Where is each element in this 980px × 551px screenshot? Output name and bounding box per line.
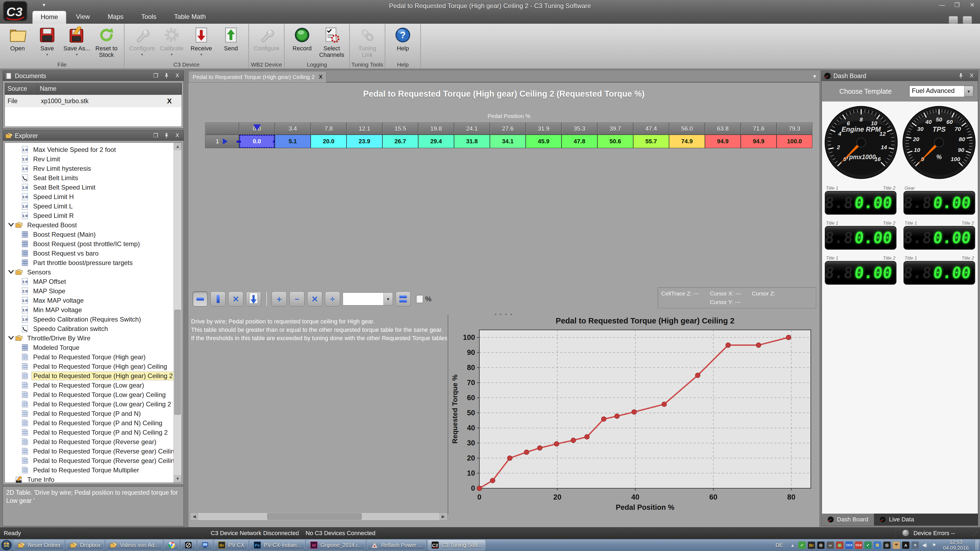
- table-cell[interactable]: 100.0: [776, 135, 812, 148]
- chevron-down-icon[interactable]: ▾: [170, 52, 172, 57]
- tray-icon-10[interactable]: ◎: [883, 541, 891, 549]
- tree-item[interactable]: Pedal to Requested Torque (P and N) Ceil…: [5, 418, 173, 428]
- interpolate-button[interactable]: ✕: [228, 291, 243, 306]
- row-header[interactable]: 1: [205, 135, 239, 148]
- tree-item[interactable]: Pedal to Requested Torque (High gear): [5, 352, 173, 362]
- taskbar-button-videos-von-ad-[interactable]: Videos von Ad...: [106, 540, 162, 550]
- tree-item[interactable]: 1:0Speed Limit R: [5, 211, 173, 220]
- tree-item[interactable]: 1:0Rev Limit: [5, 154, 173, 164]
- close-panel-icon[interactable]: X: [967, 73, 976, 79]
- tree-item[interactable]: 1:0Seat Belt Speed Limit: [5, 183, 173, 192]
- column-header[interactable]: 63.8: [705, 122, 741, 135]
- tree-item[interactable]: 1:0Speed Limit H: [5, 192, 173, 202]
- value-input[interactable]: ▼: [343, 292, 393, 305]
- save-as--button[interactable]: Save As...▾: [62, 25, 92, 57]
- tree-item[interactable]: Boost Request vs baro: [5, 249, 173, 258]
- column-header[interactable]: 56.0: [669, 122, 705, 135]
- column-header[interactable]: 24.1: [454, 122, 490, 135]
- splitter-handle[interactable]: ▪ ▪ ▪ ▪: [188, 311, 819, 314]
- tray-icon-1[interactable]: ✓: [799, 541, 806, 549]
- tree-item[interactable]: 1:0Speedo Calibration (Requires Switch): [5, 314, 173, 324]
- save-button[interactable]: Save▾: [32, 25, 62, 57]
- scrollbar-thumb[interactable]: [267, 513, 362, 520]
- table-cell[interactable]: 47.8: [562, 135, 597, 148]
- chevron-expanded-icon[interactable]: [7, 333, 15, 343]
- tree-item[interactable]: Pedal to Requested Torque (Low gear) Cei…: [5, 390, 173, 399]
- show-desktop-button[interactable]: [975, 540, 979, 551]
- tray-icon-6[interactable]: CC3: [846, 541, 853, 549]
- resize-grip[interactable]: ⋰: [972, 530, 978, 537]
- table-cell[interactable]: 23.9: [347, 135, 382, 148]
- pin-panel-icon[interactable]: [162, 73, 170, 79]
- tray-icon-5[interactable]: ▣: [836, 541, 843, 549]
- tree-item[interactable]: Pedal to Requested Torque (Low gear) Cei…: [5, 399, 173, 409]
- table-cell[interactable]: 94.9: [705, 135, 741, 148]
- open-button[interactable]: Open: [3, 25, 32, 52]
- divide-button[interactable]: ÷: [325, 291, 340, 306]
- configure-button[interactable]: Configure: [252, 25, 281, 52]
- table-cell[interactable]: 0.0: [239, 135, 275, 148]
- help-button[interactable]: ?Help: [388, 25, 418, 52]
- tray-icon-11[interactable]: ☂: [893, 541, 900, 549]
- tree-item[interactable]: 1:0Max MAP voltage: [5, 296, 173, 305]
- tray-icon-12[interactable]: A: [902, 541, 909, 549]
- tree-item[interactable]: Pedal to Requested Torque (P and N) Ceil…: [5, 428, 173, 437]
- taskbar-button-pv-cx[interactable]: BrPV CX: [215, 540, 248, 550]
- documents-col-name[interactable]: Name: [37, 83, 181, 95]
- close-document-icon[interactable]: X: [167, 97, 181, 105]
- tree-item[interactable]: Tune Info: [5, 475, 173, 483]
- table-cell[interactable]: 31.8: [454, 135, 490, 148]
- chevron-down-icon[interactable]: ▾: [46, 52, 48, 57]
- table-cell[interactable]: 5.1: [275, 135, 311, 148]
- tree-item[interactable]: Boost Request (Main): [5, 230, 173, 239]
- close-panel-icon[interactable]: X: [173, 132, 181, 139]
- chevron-down-icon[interactable]: ▾: [76, 52, 78, 57]
- tree-item[interactable]: 1:0Speed Limit L: [5, 202, 173, 211]
- tree-item[interactable]: 1:0MAP Slope: [5, 286, 173, 296]
- chevron-expanded-icon[interactable]: [7, 220, 15, 230]
- close-panel-icon[interactable]: X: [173, 73, 181, 79]
- tray-icon-8[interactable]: ✓: [864, 541, 872, 549]
- tree-item[interactable]: 1:0Max Vehicle Speed for 2 foot: [5, 145, 173, 154]
- tree-item[interactable]: 1:0Rev Limit hysteresis: [5, 164, 173, 173]
- calibrate-button[interactable]: Calibrate▾: [157, 25, 186, 57]
- close-button[interactable]: ✕: [968, 2, 976, 9]
- tuning-link-button[interactable]: Tuning Link: [352, 25, 382, 58]
- tree-item[interactable]: Pedal to Requested Torque Multiplier: [5, 465, 173, 475]
- column-header[interactable]: 35.3: [562, 122, 597, 135]
- column-header[interactable]: 3.4: [275, 122, 311, 135]
- receive-button[interactable]: Receive▾: [186, 25, 216, 57]
- tray-icon-2[interactable]: Br: [808, 541, 815, 549]
- table-cell[interactable]: 29.4: [418, 135, 454, 148]
- set-equal-button[interactable]: [396, 291, 410, 306]
- table-cell[interactable]: 74.9: [669, 135, 705, 148]
- select-channels-button[interactable]: Select Channels: [317, 25, 347, 58]
- taskbar-button-dropbox[interactable]: Dropbox: [66, 540, 104, 550]
- column-header[interactable]: 12.1: [347, 122, 382, 135]
- menu-tab-maps[interactable]: Maps: [100, 11, 132, 24]
- taskbar-button-gripone-2014-i-[interactable]: IdGripone_2014.i...: [307, 540, 365, 550]
- pin-panel-icon[interactable]: [957, 73, 965, 79]
- column-header[interactable]: 0.0: [239, 122, 275, 135]
- tree-item[interactable]: Pedal to Requested Torque (Reverse gear): [5, 437, 173, 446]
- table-cell[interactable]: 45.9: [526, 135, 562, 148]
- dashboard-tab-dash-board[interactable]: Dash Board: [822, 514, 874, 526]
- taskbar-button[interactable]: [181, 540, 196, 550]
- send-button[interactable]: Send: [216, 25, 246, 52]
- pin-panel-icon[interactable]: [162, 132, 170, 139]
- scroll-down-icon[interactable]: ▼: [174, 475, 181, 483]
- tree-item[interactable]: Speedo Calibration switch: [5, 324, 173, 333]
- tree-item[interactable]: Pedal to Requested Torque (Reverse gear)…: [5, 456, 173, 465]
- configure-button[interactable]: Configure▾: [127, 25, 157, 57]
- tree-item[interactable]: Pedal to Requested Torque (Low gear): [5, 381, 173, 390]
- tray-icon-13[interactable]: ⌗: [912, 541, 919, 549]
- chevron-down-icon[interactable]: ▼: [964, 86, 973, 97]
- tray-icon-4[interactable]: ∞: [827, 541, 834, 549]
- tree-item[interactable]: Part throttle boost/pressure targets: [5, 258, 173, 267]
- table-cell[interactable]: 50.6: [597, 135, 633, 148]
- add-button[interactable]: ＋: [272, 291, 287, 306]
- menu-tab-tools[interactable]: Tools: [133, 11, 164, 24]
- float-panel-icon[interactable]: ❒: [152, 132, 160, 139]
- column-header[interactable]: 71.6: [741, 122, 776, 135]
- tray-icon-7[interactable]: CC4: [855, 541, 862, 549]
